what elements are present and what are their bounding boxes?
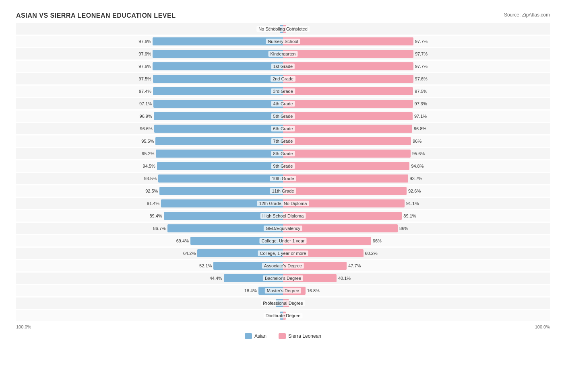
category-label: 8th Grade	[271, 151, 295, 156]
table-row: 93.5% 10th Grade 93.7%	[16, 173, 550, 184]
asian-value-label: 97.4%	[139, 89, 151, 94]
sierra-value-label: 97.1%	[414, 114, 427, 119]
axis-left-label: 100.0%	[16, 324, 31, 329]
category-label: High School Diploma	[260, 213, 306, 219]
table-row: 97.6% Kindergarten 97.7%	[16, 48, 550, 60]
right-section: 89.1%	[283, 210, 550, 222]
category-label: 6th Grade	[271, 126, 295, 131]
category-label: College, Under 1 year	[259, 238, 306, 244]
bar-right: 97.7%	[283, 62, 413, 70]
category-label: No Schooling Completed	[256, 26, 310, 32]
right-section: 97.3%	[283, 98, 550, 109]
bar-right: 97.1%	[283, 112, 413, 120]
asian-legend-label: Asian	[254, 333, 266, 339]
asian-value-label: 52.1%	[199, 263, 212, 268]
table-row: 91.4% 12th Grade, No Diploma 91.1%	[16, 198, 550, 209]
right-section: 97.6%	[283, 73, 550, 84]
bar-left: 95.2%	[156, 150, 283, 158]
sierra-value-label: 89.1%	[403, 213, 416, 218]
table-row: 52.1% Associate's Degree 47.7%	[16, 260, 550, 271]
right-section: 2%	[283, 310, 550, 321]
right-section: 97.5%	[283, 86, 550, 97]
legend: Asian Sierra Leonean	[16, 333, 550, 339]
asian-value-label: 97.5%	[139, 76, 151, 81]
asian-value-label: 44.4%	[210, 276, 222, 281]
bar-right: 96.8%	[283, 125, 412, 133]
bar-left: 92.5%	[159, 187, 283, 195]
bar-right: 92.6%	[283, 187, 407, 195]
left-section: 97.5%	[16, 73, 283, 84]
asian-value-label: 97.6%	[138, 51, 151, 56]
left-section: 86.7%	[16, 223, 283, 234]
left-section: 97.6%	[16, 36, 283, 47]
category-label: Professional Degree	[261, 300, 305, 306]
category-label: Nursery School	[266, 39, 300, 44]
bar-right: 97.7%	[283, 37, 413, 45]
table-row: 69.4% College, Under 1 year 66%	[16, 235, 550, 246]
left-section: 95.2%	[16, 148, 283, 159]
table-row: 97.4% 3rd Grade 97.5%	[16, 86, 550, 97]
sierra-value-label: 97.5%	[415, 89, 427, 94]
asian-value-label: 96.6%	[140, 126, 153, 131]
right-section: 96%	[283, 135, 550, 147]
right-section: 60.2%	[283, 248, 550, 259]
axis-bottom: 100.0% 100.0%	[16, 324, 550, 329]
bar-left: 97.6%	[153, 37, 283, 45]
right-section: 47.7%	[283, 260, 550, 271]
category-label: Kindergarten	[269, 51, 298, 57]
bar-left: 96.9%	[154, 112, 283, 120]
sierra-value-label: 40.1%	[338, 276, 351, 281]
sierra-value-label: 92.6%	[408, 189, 421, 193]
right-section: 40.1%	[283, 273, 550, 284]
sierra-value-label: 97.7%	[415, 64, 428, 69]
bar-left: 95.5%	[155, 137, 283, 145]
bar-right: 93.7%	[283, 174, 408, 183]
category-label: 12th Grade, No Diploma	[257, 201, 309, 206]
category-label: Associate's Degree	[262, 263, 304, 269]
left-section: 89.4%	[16, 210, 283, 222]
bar-left: 94.5%	[157, 162, 283, 170]
category-label: 10th Grade	[270, 176, 296, 181]
chart-area: 2.4% No Schooling Completed 2.3% 97.6% N…	[16, 23, 550, 329]
table-row: 5.5% Professional Degree 4.5%	[16, 298, 550, 309]
sierra-value-label: 96.8%	[414, 126, 426, 131]
axis-right-label: 100.0%	[535, 324, 550, 329]
table-row: 95.5% 7th Grade 96%	[16, 135, 550, 147]
bar-right: 97.3%	[283, 100, 413, 108]
left-section: 18.4%	[16, 285, 283, 296]
category-label: 7th Grade	[271, 138, 295, 144]
category-label: Bachelor's Degree	[263, 275, 303, 281]
right-section: 16.8%	[283, 285, 550, 296]
table-row: 97.1% 4th Grade 97.3%	[16, 98, 550, 109]
asian-value-label: 94.5%	[143, 164, 155, 168]
right-section: 91.1%	[283, 198, 550, 209]
sierra-value-label: 97.6%	[415, 76, 428, 81]
bar-left: 97.1%	[153, 100, 283, 108]
asian-value-label: 97.1%	[139, 101, 152, 106]
asian-value-label: 86.7%	[153, 226, 165, 231]
legend-item-sierra: Sierra Leonean	[279, 333, 321, 339]
category-label: Doctorate Degree	[264, 313, 303, 318]
asian-value-label: 97.6%	[138, 64, 151, 69]
bar-left: 97.6%	[153, 62, 283, 70]
category-label: 2nd Grade	[271, 76, 295, 82]
right-section: 93.7%	[283, 173, 550, 184]
left-section: 97.1%	[16, 98, 283, 109]
bar-right: 96%	[283, 137, 411, 145]
asian-value-label: 64.2%	[183, 251, 196, 256]
right-section: 97.7%	[283, 61, 550, 72]
right-section: 97.7%	[283, 36, 550, 47]
category-label: College, 1 year or more	[258, 250, 308, 256]
bar-left: 93.5%	[158, 174, 283, 183]
asian-value-label: 92.5%	[145, 189, 158, 193]
left-section: 94.5%	[16, 160, 283, 172]
left-section: 5.5%	[16, 298, 283, 309]
right-section: 95.6%	[283, 148, 550, 159]
sierra-value-label: 60.2%	[365, 251, 378, 256]
left-section: 95.5%	[16, 135, 283, 147]
right-section: 97.1%	[283, 111, 550, 122]
asian-value-label: 97.6%	[138, 39, 151, 44]
category-label: 4th Grade	[271, 101, 295, 107]
sierra-legend-label: Sierra Leonean	[288, 333, 321, 339]
sierra-value-label: 86%	[399, 226, 408, 231]
